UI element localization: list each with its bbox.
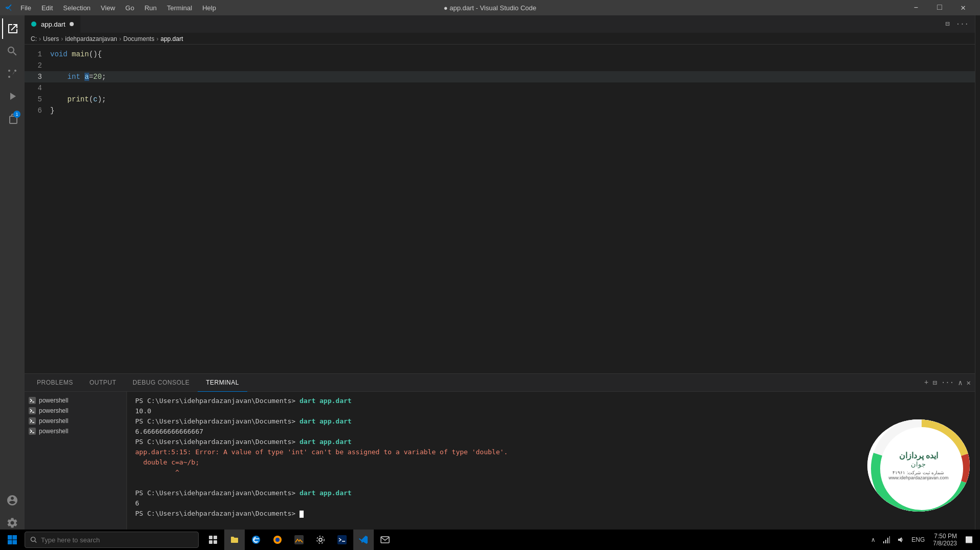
folder-icon — [230, 535, 239, 544]
panel: PROBLEMS OUTPUT DEBUG CONSOLE TERMINAL +… — [25, 373, 975, 537]
taskview-button[interactable] — [203, 530, 223, 550]
svg-point-25 — [319, 538, 322, 541]
close-button[interactable]: ✕ — [951, 0, 975, 15]
terminal-split-button[interactable]: ⊟ — [932, 378, 936, 387]
maximize-button[interactable]: □ — [928, 0, 951, 15]
line-number-1: 1 — [25, 49, 50, 60]
panel-tab-output[interactable]: OUTPUT — [81, 374, 124, 392]
code-line-5: 5 print(c); — [25, 94, 975, 105]
app9-icon[interactable] — [375, 530, 395, 550]
taskbar-search-box[interactable] — [25, 532, 199, 548]
line-number-4: 4 — [25, 82, 50, 94]
code-line-1: 1 void main(){ — [25, 49, 975, 60]
sidebar-item-search[interactable] — [2, 41, 23, 61]
terminal-content[interactable]: PS C:\Users\idehpardazanjavan\Documents>… — [127, 392, 975, 537]
watermark-url: www.idehpardazanjavan.com — [888, 475, 948, 480]
split-editor-button[interactable]: ⊟ — [943, 18, 951, 29]
vscode-taskbar-icon[interactable] — [353, 530, 374, 550]
terminal-line-9 — [135, 478, 967, 488]
network-icon — [883, 536, 890, 543]
watermark-reg: شماره ثبت شرکت: ۴۱۹۶۱ — [888, 470, 948, 475]
terminal-line-8: ^ — [135, 468, 967, 478]
sidebar-item-run-debug[interactable] — [2, 86, 23, 107]
watermark-title: ایده پردازان — [888, 451, 948, 460]
breadcrumb-ideh[interactable]: idehpardazanjavan — [65, 35, 117, 43]
breadcrumb-users[interactable]: Users — [43, 35, 59, 43]
breadcrumb-file[interactable]: app.dart — [160, 35, 183, 43]
vscode-taskbar-app-icon — [359, 535, 368, 544]
taskbar-search-icon — [30, 536, 37, 543]
minimize-button[interactable]: – — [904, 0, 928, 15]
tab-app-dart[interactable]: app.dart — [25, 15, 80, 33]
app7-icon[interactable] — [310, 530, 331, 550]
menu-go[interactable]: Go — [121, 3, 138, 13]
terminal-taskbar-icon[interactable] — [332, 530, 352, 550]
firefox-icon[interactable] — [267, 530, 288, 550]
menu-view[interactable]: View — [97, 3, 119, 13]
panel-tab-terminal[interactable]: TERMINAL — [198, 374, 247, 392]
menu-help[interactable]: Help — [198, 3, 220, 13]
terminal-line-6: app.dart:5:15: Error: A value of type 'i… — [135, 447, 967, 457]
settings-app-icon — [316, 535, 325, 544]
sidebar-item-explorer[interactable] — [2, 18, 23, 39]
breadcrumb-documents[interactable]: Documents — [123, 35, 155, 43]
app6-icon[interactable] — [289, 530, 309, 550]
code-content-3: int a=20; — [50, 71, 975, 82]
menu-edit[interactable]: Edit — [37, 3, 57, 13]
start-button[interactable] — [2, 530, 23, 550]
panel-maximize-button[interactable]: ∧ — [958, 378, 962, 387]
file-explorer-taskbar-icon[interactable] — [224, 530, 245, 550]
code-content-1: void main(){ — [50, 49, 975, 60]
tray-show-hidden[interactable]: ∧ — [868, 530, 879, 550]
terminal-instance-3[interactable]: powershell — [25, 416, 126, 426]
new-terminal-button[interactable]: + — [924, 378, 928, 387]
menu-selection[interactable]: Selection — [59, 3, 94, 13]
breadcrumb: C: › Users › idehpardazanjavan › Documen… — [25, 33, 975, 45]
tray-clock[interactable]: 7:50 PM 7/8/2023 — [929, 533, 961, 547]
dart-file-icon — [31, 21, 37, 27]
terminal-icon-4 — [29, 428, 36, 435]
svg-rect-24 — [294, 535, 304, 544]
menu-run[interactable]: Run — [140, 3, 161, 13]
taskbar-search-input[interactable] — [41, 536, 193, 544]
tab-bar: app.dart ⊟ ··· — [25, 15, 975, 33]
terminal-line-11: 6 — [135, 498, 967, 509]
terminal-instances: powershell powershell powershell po — [25, 394, 126, 438]
show-desktop-button[interactable]: ⬜ — [962, 530, 976, 550]
panel-close-button[interactable]: ✕ — [967, 378, 971, 387]
menu-file[interactable]: File — [16, 3, 35, 13]
account-icon[interactable] — [2, 490, 23, 511]
menu-terminal[interactable]: Terminal — [163, 3, 196, 13]
sidebar-item-extensions[interactable]: 1 — [2, 109, 23, 129]
terminal-instance-label-2: powershell — [39, 407, 68, 414]
watermark-overlay: ایده پردازان جوان شماره ثبت شرکت: ۴۱۹۶۱ … — [867, 419, 970, 512]
svg-rect-18 — [214, 536, 217, 539]
tray-language[interactable]: ENG — [908, 530, 928, 550]
more-actions-button[interactable]: ··· — [954, 19, 971, 29]
breadcrumb-c[interactable]: C: — [31, 35, 37, 43]
code-editor[interactable]: 1 void main(){ 2 3 int a=20; 4 5 print(c… — [25, 45, 975, 373]
taskbar-icons — [203, 530, 395, 550]
terminal-instance-label-1: powershell — [39, 397, 68, 404]
titlebar-controls: – □ ✕ — [904, 0, 975, 15]
edge-browser-icon[interactable] — [246, 530, 266, 550]
sidebar-item-source-control[interactable] — [2, 64, 23, 84]
terminal-instance-2[interactable]: powershell — [25, 406, 126, 415]
terminal-instance-label-3: powershell — [39, 417, 68, 425]
terminal-instance-1[interactable]: powershell — [25, 396, 126, 405]
minimap — [975, 15, 980, 537]
tray-volume-icon[interactable] — [894, 530, 907, 550]
clock-date: 7/8/2023 — [933, 540, 957, 547]
panel-tab-debug-console[interactable]: DEBUG CONSOLE — [124, 374, 198, 392]
terminal-panel-body: powershell powershell powershell po — [25, 392, 975, 537]
taskbar: ∧ ENG 7:50 PM 7/8/2023 ⬜ — [0, 530, 980, 550]
tray-network-icon[interactable] — [880, 530, 893, 550]
panel-more-button[interactable]: ··· — [941, 378, 954, 387]
panel-tab-problems[interactable]: PROBLEMS — [29, 374, 81, 392]
line-number-5: 5 — [25, 94, 50, 105]
terminal-instance-4[interactable]: powershell — [25, 427, 126, 436]
firefox-browser-icon — [273, 535, 282, 544]
volume-icon — [897, 536, 904, 543]
svg-rect-27 — [337, 535, 347, 544]
terminal-line-5: PS C:\Users\idehpardazanjavan\Documents>… — [135, 437, 967, 447]
